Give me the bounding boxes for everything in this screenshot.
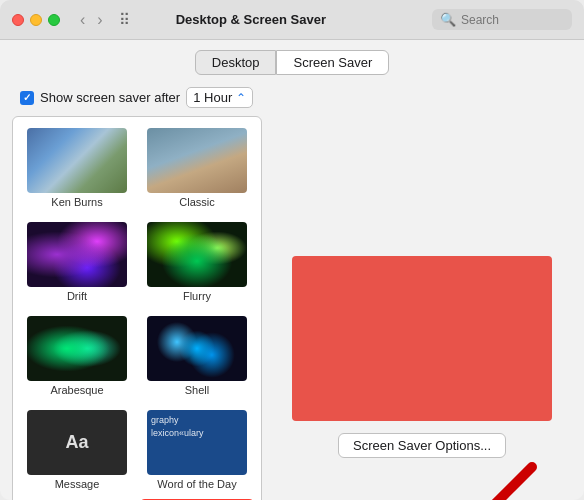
flurry-label: Flurry (183, 290, 211, 302)
arabesque-thumbnail (27, 316, 127, 381)
drift-thumbnail (27, 222, 127, 287)
tab-screensaver[interactable]: Screen Saver (276, 50, 389, 75)
screensaver-list: Ken Burns Classic Drift Flurry Arabesque… (12, 116, 262, 500)
chevron-down-icon: ⌃ (236, 91, 246, 105)
ken-burns-thumbnail (27, 128, 127, 193)
titlebar: ‹ › ⠿ Desktop & Screen Saver 🔍 (0, 0, 584, 40)
list-item[interactable]: Drift (21, 219, 133, 305)
preview-panel: Screen Saver Options... (272, 116, 572, 500)
message-thumbnail: Aa (27, 410, 127, 475)
close-button[interactable] (12, 14, 24, 26)
content-area: Ken Burns Classic Drift Flurry Arabesque… (0, 116, 584, 500)
preview-screen (292, 256, 552, 421)
traffic-lights (12, 14, 60, 26)
duration-dropdown[interactable]: 1 Hour ⌃ (186, 87, 253, 108)
list-item[interactable]: Aa Message (21, 407, 133, 493)
flurry-thumbnail (147, 222, 247, 287)
list-item[interactable]: Ken Burns (21, 125, 133, 211)
shell-thumbnail (147, 316, 247, 381)
ken-burns-label: Ken Burns (51, 196, 102, 208)
word-of-day-label: Word of the Day (157, 478, 236, 490)
window-title: Desktop & Screen Saver (78, 12, 424, 27)
show-after-checkbox-container: Show screen saver after (20, 90, 180, 105)
list-item[interactable]: Word of the Day (141, 407, 253, 493)
list-item[interactable]: Arabesque (21, 313, 133, 399)
classic-thumbnail (147, 128, 247, 193)
main-content: Desktop Screen Saver Show screen saver a… (0, 40, 584, 500)
minimize-button[interactable] (30, 14, 42, 26)
maximize-button[interactable] (48, 14, 60, 26)
search-box[interactable]: 🔍 (432, 9, 572, 30)
word-of-day-thumbnail (147, 410, 247, 475)
arabesque-label: Arabesque (50, 384, 103, 396)
classic-label: Classic (179, 196, 214, 208)
search-input[interactable] (461, 13, 564, 27)
tab-bar: Desktop Screen Saver (0, 40, 584, 83)
screen-saver-options-button[interactable]: Screen Saver Options... (338, 433, 506, 458)
list-item[interactable]: Flurry (141, 219, 253, 305)
show-after-checkbox[interactable] (20, 91, 34, 105)
tab-desktop[interactable]: Desktop (195, 50, 277, 75)
list-item[interactable]: Shell (141, 313, 253, 399)
svg-line-0 (472, 467, 532, 500)
show-after-label: Show screen saver after (40, 90, 180, 105)
duration-value: 1 Hour (193, 90, 232, 105)
options-row: Show screen saver after 1 Hour ⌃ (0, 83, 584, 116)
search-icon: 🔍 (440, 12, 456, 27)
shell-label: Shell (185, 384, 209, 396)
message-label: Message (55, 478, 100, 490)
arrow-indicator (442, 462, 552, 500)
drift-label: Drift (67, 290, 87, 302)
list-item[interactable]: Classic (141, 125, 253, 211)
